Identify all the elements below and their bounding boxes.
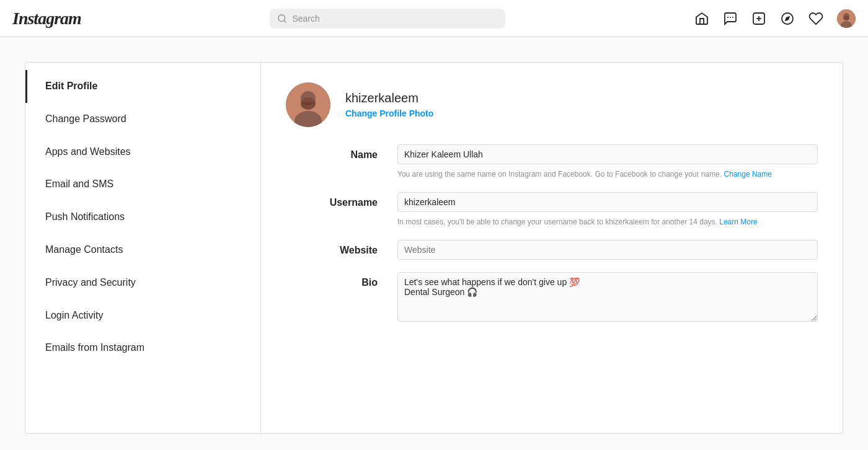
website-field-wrapper (397, 240, 818, 260)
instagram-logo[interactable]: Instagram (12, 9, 81, 29)
heart-icon[interactable] (808, 11, 823, 26)
sidebar-item-push-notifications[interactable]: Push Notifications (25, 201, 260, 234)
search-bar (270, 9, 505, 29)
website-label: Website (286, 240, 397, 256)
header: Instagram (0, 0, 868, 37)
sidebar-item-change-password[interactable]: Change Password (25, 103, 260, 136)
settings-sidebar: Edit Profile Change Password Apps and We… (25, 63, 261, 433)
username-hint: In most cases, you'll be able to change … (397, 217, 818, 227)
sidebar-item-apps-and-websites[interactable]: Apps and Websites (25, 136, 260, 169)
sidebar-item-emails-from-instagram[interactable]: Emails from Instagram (25, 332, 260, 364)
settings-container: Edit Profile Change Password Apps and We… (25, 62, 843, 434)
explore-icon[interactable] (780, 11, 795, 26)
create-icon[interactable] (751, 11, 766, 26)
messenger-icon[interactable] (723, 11, 738, 26)
name-row: Name You are using the same name on Inst… (286, 144, 818, 180)
website-input[interactable] (397, 240, 818, 260)
bio-textarea[interactable] (397, 272, 818, 322)
username-input[interactable] (397, 192, 818, 212)
profile-avatar[interactable] (837, 9, 856, 28)
name-label: Name (286, 144, 397, 161)
bio-label: Bio (286, 272, 397, 288)
username-label: Username (286, 192, 397, 208)
username-field-wrapper: In most cases, you'll be able to change … (397, 192, 818, 227)
search-input[interactable] (292, 14, 498, 24)
search-icon (277, 14, 287, 24)
name-input[interactable] (397, 144, 818, 164)
svg-point-10 (843, 15, 849, 20)
bio-row: Bio (286, 272, 818, 324)
sidebar-item-privacy-and-security[interactable]: Privacy and Security (25, 267, 260, 299)
profile-avatar-large[interactable] (286, 82, 330, 127)
name-field-wrapper: You are using the same name on Instagram… (397, 144, 818, 180)
sidebar-item-email-and-sms[interactable]: Email and SMS (25, 168, 260, 201)
bio-field-wrapper (397, 272, 818, 324)
sidebar-item-login-activity[interactable]: Login Activity (25, 299, 260, 332)
sidebar-item-manage-contacts[interactable]: Manage Contacts (25, 234, 260, 267)
svg-line-1 (285, 20, 286, 22)
website-row: Website (286, 240, 818, 260)
profile-header: khizerkaleem Change Profile Photo (286, 82, 818, 127)
edit-profile-content: khizerkaleem Change Profile Photo Name Y… (261, 63, 843, 433)
sidebar-item-edit-profile[interactable]: Edit Profile (25, 70, 260, 103)
profile-username: khizerkaleem (345, 91, 433, 105)
header-icons (694, 9, 856, 28)
name-hint: You are using the same name on Instagram… (397, 169, 818, 180)
change-name-link[interactable]: Change Name (724, 170, 772, 179)
home-icon[interactable] (694, 11, 709, 26)
profile-info: khizerkaleem Change Profile Photo (345, 91, 433, 119)
username-row: Username In most cases, you'll be able t… (286, 192, 818, 227)
svg-marker-6 (785, 15, 790, 20)
change-profile-photo-link[interactable]: Change Profile Photo (345, 108, 433, 118)
learn-more-link[interactable]: Learn More (719, 218, 757, 226)
